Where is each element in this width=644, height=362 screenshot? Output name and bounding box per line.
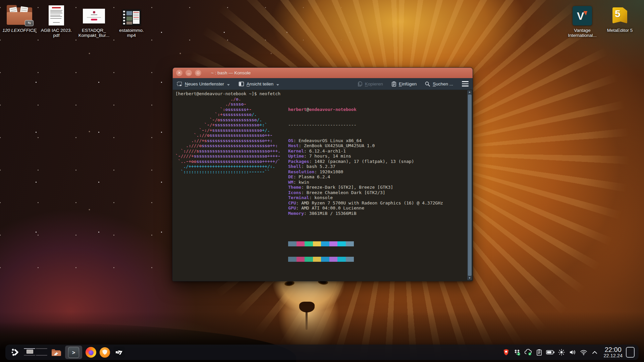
- document-thumbnail: [83, 9, 105, 23]
- art-line: `-:/+sssssssssssssssssso+/.: [175, 128, 288, 133]
- palette-color-block: [321, 241, 329, 246]
- palette-color-block: [297, 257, 305, 262]
- palette-color-block: [329, 257, 338, 262]
- firefox-icon: [86, 347, 96, 358]
- app-launcher-button[interactable]: [10, 346, 20, 359]
- info-line: Shell: bash 5.2.37: [288, 164, 443, 169]
- taskbar-tradingview[interactable]: [113, 346, 125, 359]
- terminal-area[interactable]: [herbert@endeavour-notebook ~]$ neofetch…: [173, 90, 473, 281]
- desktop-icon-label: ESTADOR_ Kompakt_Bur...: [75, 28, 113, 38]
- info-line: Packages: 1482 (pacman), 17 (flatpak), 1…: [288, 159, 443, 164]
- desktop-icon-label: MetaEditor 5: [601, 28, 639, 33]
- palette-color-block: [321, 257, 329, 262]
- new-tab-icon: [177, 81, 182, 87]
- paste-button[interactable]: Einfügen: [391, 81, 417, 87]
- wifi-tray-icon[interactable]: [579, 347, 588, 357]
- desktop-icon-lexoffice[interactable]: ⇆ 120 LEXOFFICE: [1, 4, 38, 33]
- desktop-icon-estador[interactable]: ESTADOR_ Kompakt_Bur...: [75, 4, 113, 38]
- palette-color-block: [337, 241, 346, 246]
- neofetch-title: herbert@endeavour-notebook: [288, 107, 443, 112]
- info-line: Host: ZenBook UX425UA_UM425UA 1.0: [288, 143, 443, 148]
- palette-color-block: [346, 257, 354, 262]
- show-desktop-button[interactable]: [626, 347, 635, 358]
- pager-desktop-1[interactable]: [24, 348, 35, 349]
- copy-icon: [357, 81, 363, 87]
- scroll-down-arrow[interactable]: ▼: [467, 276, 472, 280]
- palette-color-block: [337, 257, 346, 262]
- info-line: Icons: Breeze Chameleon Dark [GTK2/3]: [288, 190, 443, 195]
- palette-color-block: [346, 241, 354, 246]
- dropbox-tray-icon[interactable]: [513, 347, 522, 357]
- konsole-icon: >: [68, 347, 79, 358]
- new-tab-button[interactable]: Neues Unterfenster: [177, 81, 230, 87]
- cloud-sync-tray-icon[interactable]: [524, 347, 533, 357]
- art-line: `.://osssssssssssssssssssso++-: [175, 133, 288, 138]
- info-line: OS: EndeavourOS Linux x86_64: [288, 138, 443, 143]
- art-line: .://+sssssssssssssssssssssso++:: [175, 138, 288, 143]
- tray-expander-chevron[interactable]: [590, 347, 599, 357]
- minimize-button[interactable]: [185, 70, 192, 76]
- clipboard-tray-icon[interactable]: [535, 347, 544, 357]
- info-line: DE: Plasma 6.2.4: [288, 174, 443, 180]
- konsole-window: ✕ ~ : bash — Konsole Neues Unterfenster …: [172, 67, 473, 281]
- neofetch-info: herbert@endeavour-notebook -------------…: [288, 97, 443, 281]
- paste-icon: [391, 81, 396, 87]
- art-line: `:////ssssssssssssssssssssssssssso+++.: [175, 148, 288, 154]
- taskbar-konsole-active[interactable]: >: [65, 346, 82, 359]
- palette-color-block: [313, 241, 321, 246]
- terminal-scrollbar[interactable]: ▲ ▼: [467, 90, 472, 280]
- chevron-down-icon: [227, 84, 230, 86]
- scrollbar-thumb[interactable]: [468, 95, 472, 276]
- maximize-button[interactable]: [195, 70, 201, 76]
- search-button[interactable]: Suchen ...: [425, 81, 453, 87]
- art-line: `:+sssssssssso/.: [175, 112, 288, 117]
- close-button[interactable]: ✕: [176, 70, 182, 76]
- info-line: WM: kwin: [288, 180, 443, 185]
- art-line: `:::::::::::::::::::::::::------``: [175, 169, 288, 175]
- neofetch-info-lines: OS: EndeavourOS Linux x86_64Host: ZenBoo…: [288, 138, 443, 216]
- desktop-icon-pdf[interactable]: AGB IAC 2023. pdf: [38, 4, 75, 38]
- scroll-up-arrow[interactable]: ▲: [467, 90, 472, 94]
- taskbar-dolphin[interactable]: [51, 346, 62, 359]
- desktop-icon-vantage[interactable]: V Vantage International...: [564, 4, 601, 38]
- desktop-icon-video[interactable]: estatoimmo. mp4: [113, 4, 150, 38]
- desktop-icon-label: AGB IAC 2023. pdf: [38, 28, 75, 38]
- brave-icon: [100, 347, 110, 358]
- info-line: CPU: AMD Ryzen 7 5700U with Radeon Graph…: [288, 200, 443, 206]
- info-line: Uptime: 7 hours, 14 mins: [288, 154, 443, 159]
- vantage-logo-icon: V: [573, 6, 592, 25]
- palette-color-block: [297, 241, 305, 246]
- taskbar-brave[interactable]: [100, 346, 110, 359]
- art-line: `-////+ssssssssssssssssssssssssssso++++-: [175, 154, 288, 159]
- info-line: Terminal: konsole: [288, 195, 443, 200]
- info-line: Memory: 3861MiB / 15366MiB: [288, 211, 443, 216]
- clock-time: 22:00: [604, 346, 623, 353]
- art-line: `:osssssss+-: [175, 107, 288, 112]
- pdf-thumbnail: [49, 5, 64, 25]
- virtual-desktop-pager[interactable]: [24, 346, 47, 359]
- battery-tray-icon[interactable]: [546, 347, 555, 357]
- copy-button[interactable]: Kopieren: [357, 81, 383, 87]
- digital-clock[interactable]: 22:00 22.12.24: [604, 346, 623, 358]
- split-view-button[interactable]: Ansicht teilen: [238, 81, 279, 87]
- volume-tray-icon[interactable]: [568, 347, 577, 357]
- taskbar-firefox[interactable]: [86, 346, 96, 359]
- brightness-tray-icon[interactable]: [557, 347, 566, 357]
- pager-desktop-2[interactable]: [36, 348, 47, 349]
- pager-desktop-4[interactable]: [36, 355, 47, 356]
- menu-button[interactable]: [462, 81, 469, 86]
- palette-color-block: [329, 241, 338, 246]
- brave-tray-icon[interactable]: [502, 347, 511, 357]
- window-title: ~ : bash — Konsole: [211, 70, 251, 75]
- dolphin-icon: [51, 347, 62, 357]
- window-titlebar[interactable]: ✕ ~ : bash — Konsole: [173, 68, 473, 78]
- art-line: `-/+sssssssssssssssso+:`: [175, 122, 288, 128]
- neofetch-separator: --------------------------: [288, 122, 443, 128]
- info-line: Theme: Breeze-Dark [GTK2], Breeze [GTK3]: [288, 185, 443, 190]
- info-line: Kernel: 6.12.4-arch1-1: [288, 148, 443, 154]
- info-line: GPU: AMD ATI 04:00.0 Lucienne: [288, 205, 443, 211]
- art-line: `..-+oosssssssssssssssssssssssso+++++/`: [175, 159, 288, 164]
- pager-desktop-3[interactable]: [24, 355, 35, 356]
- split-view-icon: [238, 81, 244, 87]
- desktop-icon-metaeditor[interactable]: 5 MetaEditor 5: [601, 4, 639, 33]
